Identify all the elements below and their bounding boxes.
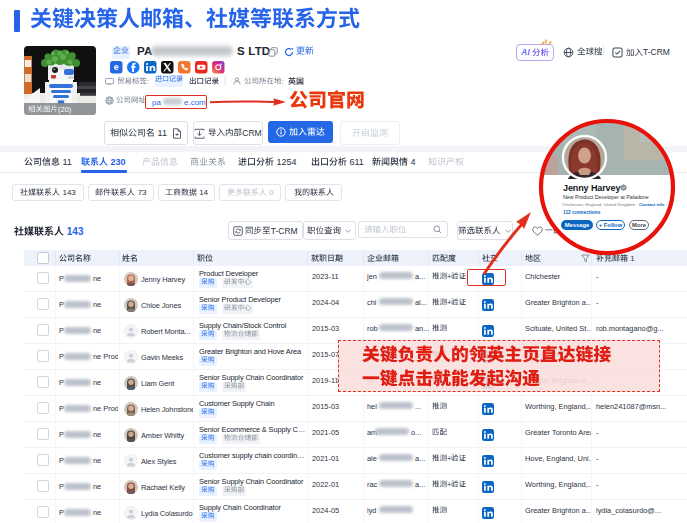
svg-text:e: e	[114, 62, 119, 72]
